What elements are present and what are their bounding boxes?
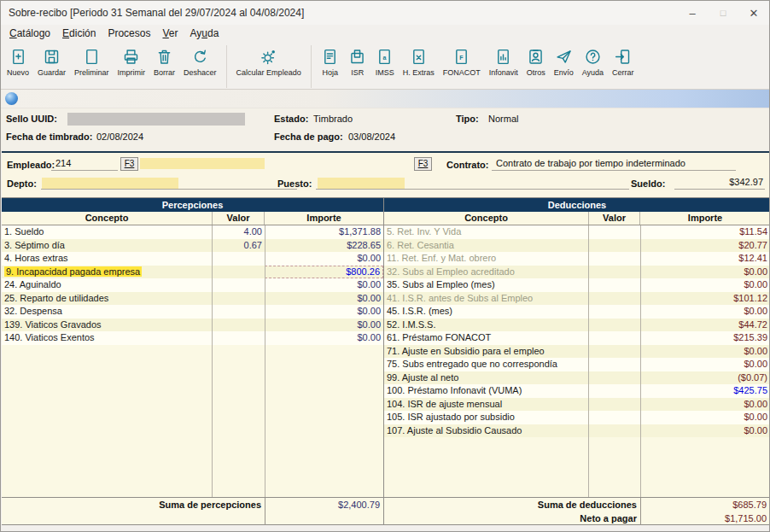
importe-cell[interactable]: $1,371.88 [265,225,383,239]
toolbar-button-calcularempleado[interactable]: Calcular Empleado [232,44,306,89]
valor-cell[interactable] [213,252,265,266]
toolbar-button-h.extras[interactable]: H. Extras [399,44,439,89]
valor-cell[interactable] [589,305,640,319]
valor-cell[interactable] [213,292,265,306]
toolbar-button-preliminar[interactable]: Preliminar [70,44,114,89]
importe-cell[interactable]: $0.00 [265,252,383,266]
concepto-cell[interactable]: 61. Préstamo FONACOT [384,331,589,345]
importe-cell[interactable]: $800.26 [265,266,383,279]
concepto-cell[interactable]: 6. Ret. Cesantia [384,239,589,253]
toolbar-button-hoja[interactable]: Hoja [317,44,344,89]
menu-item-catalogo[interactable]: Catálogo [3,26,56,41]
concepto-cell[interactable]: 107. Ajuste al Subsidio Causado [384,424,589,438]
importe-cell[interactable]: $228.65 [265,239,383,253]
concepto-cell[interactable]: 1. Sueldo [2,225,213,239]
importe-cell[interactable]: $0.00 [265,331,383,345]
toolbar-button-otros[interactable]: Otros [522,44,550,89]
valor-cell[interactable] [589,239,640,253]
menu-item-ver[interactable]: Ver [156,26,184,41]
concepto-cell[interactable]: 32. Despensa [2,305,213,319]
importe-cell[interactable]: $101.12 [640,292,770,306]
importe-cell[interactable]: $215.39 [640,331,770,345]
toolbar-button-fonacot[interactable]: FFONACOT [439,44,485,89]
valor-cell[interactable] [589,225,640,239]
valor-cell[interactable] [589,384,640,398]
valor-cell[interactable]: 4.00 [213,225,265,239]
valor-cell[interactable] [213,319,265,332]
concepto-cell[interactable]: 45. I.S.R. (mes) [384,305,589,319]
concepto-cell[interactable]: 24. Aguinaldo [2,278,213,292]
concepto-cell[interactable]: 9. Incapacidad pagada empresa [2,266,213,279]
close-icon[interactable]: ✕ [738,2,769,24]
concepto-cell[interactable]: 41. I.S.R. antes de Subs al Empleo [384,292,589,306]
importe-cell[interactable]: $44.72 [640,319,770,332]
valor-cell[interactable] [589,331,640,345]
importe-cell[interactable]: $0.00 [265,278,383,292]
concepto-cell[interactable]: 99. Ajuste al neto [384,371,589,385]
menu-item-edicion[interactable]: Edición [56,26,102,41]
concepto-cell[interactable]: 35. Subs al Empleo (mes) [384,278,589,292]
menu-item-procesos[interactable]: Procesos [102,26,156,41]
importe-cell[interactable]: ($0.07) [640,371,770,385]
concepto-cell[interactable]: 105. ISR ajustado por subsidio [384,411,589,424]
importe-cell[interactable]: $0.00 [265,319,383,332]
valor-cell[interactable] [589,278,640,292]
valor-cell[interactable] [589,252,640,266]
contrato-f3-button[interactable]: F3 [414,157,432,171]
valor-cell[interactable] [213,331,265,345]
toolbar-button-ayuda[interactable]: Ayuda [578,44,608,89]
concepto-cell[interactable]: 100. Préstamo Infonavit (VUMA) [384,384,589,398]
toolbar-button-envio[interactable]: Envío [550,44,578,89]
importe-cell[interactable]: $0.00 [265,292,383,306]
maximize-icon[interactable]: □ [708,2,738,24]
valor-cell[interactable] [589,411,640,424]
concepto-cell[interactable]: 139. Viaticos Gravados [2,319,213,332]
valor-cell[interactable] [589,424,640,438]
valor-cell[interactable] [589,266,640,279]
valor-cell[interactable] [589,398,640,412]
importe-cell[interactable]: $0.00 [640,278,770,292]
menu-item-ayuda[interactable]: Ayuda [184,26,225,41]
toolbar-button-borrar[interactable]: Borrar [149,44,179,89]
toolbar-button-nuevo[interactable]: Nuevo [3,44,33,89]
importe-cell[interactable]: $0.00 [265,305,383,319]
toolbar-button-imss[interactable]: aIMSS [371,44,399,89]
valor-cell[interactable] [589,345,640,359]
importe-cell[interactable]: $0.00 [640,358,770,371]
valor-cell[interactable] [589,371,640,385]
valor-cell[interactable] [589,292,640,306]
toolbar-button-cerrar[interactable]: Cerrar [608,44,639,89]
contrato-field[interactable]: Contrato de trabajo por tiempo indetermi… [492,157,736,171]
importe-cell[interactable]: $0.00 [640,411,770,424]
concepto-cell[interactable]: 3. Séptimo día [2,239,213,253]
importe-cell[interactable]: $0.00 [640,266,770,279]
toolbar-button-deshacer[interactable]: Deshacer [179,44,221,89]
toolbar-button-guardar[interactable]: Guardar [33,44,70,89]
concepto-cell[interactable]: 52. I.M.S.S. [384,319,589,332]
concepto-cell[interactable]: 11. Ret. Enf. y Mat. obrero [384,252,589,266]
concepto-cell[interactable]: 32. Subs al Empleo acreditado [384,266,589,279]
concepto-cell[interactable]: 25. Reparto de utilidades [2,292,213,306]
valor-cell[interactable] [213,278,265,292]
toolbar-button-isr[interactable]: ISR [344,44,371,89]
importe-cell[interactable]: $20.77 [640,239,770,253]
importe-cell[interactable]: $425.75 [640,384,770,398]
concepto-cell[interactable]: 104. ISR de ajuste mensual [384,398,589,412]
importe-cell[interactable]: $0.00 [640,345,770,359]
empleado-field[interactable]: 214 [51,157,118,171]
valor-cell[interactable] [589,319,640,332]
importe-cell[interactable]: $0.00 [640,305,770,319]
importe-cell[interactable]: $0.00 [640,424,770,438]
valor-cell[interactable] [213,266,265,279]
valor-cell[interactable] [213,305,265,319]
valor-cell[interactable]: 0.67 [213,239,265,253]
valor-cell[interactable] [589,358,640,371]
concepto-cell[interactable]: 71. Ajuste en Subsidio para el empleo [384,345,589,359]
importe-cell[interactable]: $0.00 [640,398,770,412]
importe-cell[interactable]: $12.41 [640,252,770,266]
toolbar-button-imprimir[interactable]: Imprimir [114,44,150,89]
concepto-cell[interactable]: 5. Ret. Inv. Y Vida [384,225,589,239]
concepto-cell[interactable]: 140. Viaticos Exentos [2,331,213,345]
minimize-icon[interactable]: – [677,2,708,24]
concepto-cell[interactable]: 4. Horas extras [2,252,213,266]
